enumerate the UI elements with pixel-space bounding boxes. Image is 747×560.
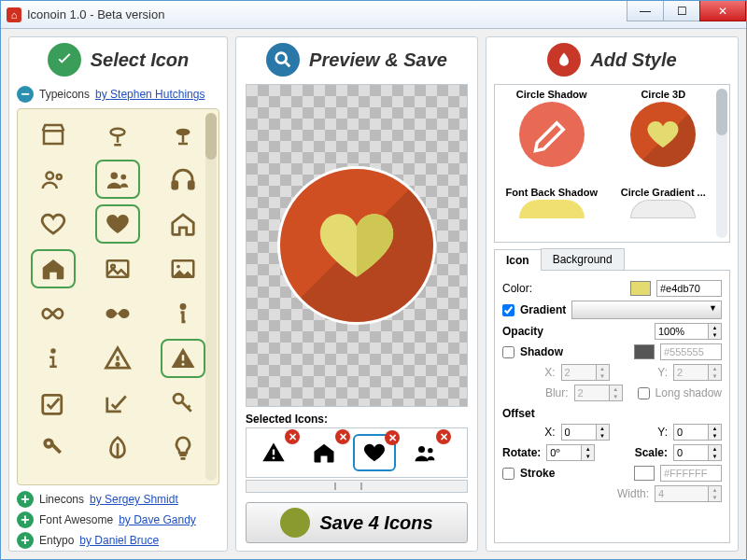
icon-users-fill[interactable] bbox=[95, 160, 140, 199]
icon-check-edit[interactable] bbox=[95, 384, 140, 423]
stroke-width-input[interactable]: ▲▼ bbox=[655, 485, 722, 502]
save-button[interactable]: Save 4 Icons bbox=[246, 502, 468, 543]
iconset-name: Typeicons bbox=[39, 88, 90, 101]
stroke-width-label: Width: bbox=[617, 487, 649, 500]
color-swatch[interactable] bbox=[630, 281, 651, 296]
property-tabs: Icon Background bbox=[494, 248, 730, 271]
style-scrollbar[interactable] bbox=[716, 89, 727, 238]
svg-point-17 bbox=[117, 363, 120, 366]
iconset-author-link[interactable]: by Stephen Hutchings bbox=[95, 88, 204, 101]
expand-icon[interactable]: + bbox=[17, 511, 34, 528]
selected-item-home[interactable]: ✕ bbox=[303, 434, 345, 471]
opacity-label: Opacity bbox=[502, 325, 553, 338]
icon-store[interactable] bbox=[31, 115, 76, 154]
icon-info-fill[interactable] bbox=[31, 339, 76, 378]
remove-icon[interactable]: ✕ bbox=[436, 429, 451, 444]
selected-item-users[interactable]: ✕ bbox=[403, 434, 446, 471]
svg-point-15 bbox=[181, 305, 185, 309]
icon-camera-outline[interactable] bbox=[95, 115, 140, 154]
icon-home-outline[interactable] bbox=[161, 204, 205, 244]
long-shadow-checkbox[interactable] bbox=[638, 387, 650, 399]
icon-bulb[interactable] bbox=[161, 428, 205, 468]
preview-header: Preview & Save bbox=[236, 37, 477, 84]
svg-point-16 bbox=[50, 348, 56, 354]
stroke-color-input[interactable] bbox=[660, 465, 722, 482]
icon-home-fill[interactable] bbox=[31, 249, 76, 288]
iconset-name: Linecons bbox=[39, 493, 84, 506]
expand-icon[interactable]: + bbox=[17, 491, 34, 508]
remove-icon[interactable]: ✕ bbox=[335, 429, 350, 444]
iconset-author-link[interactable]: by Daniel Bruce bbox=[79, 534, 159, 547]
svg-point-5 bbox=[46, 173, 53, 180]
svg-point-25 bbox=[276, 53, 287, 63]
maximize-button[interactable]: ☐ bbox=[663, 1, 700, 21]
scale-input[interactable]: ▲▼ bbox=[673, 444, 722, 461]
shadow-y-input[interactable]: ▲▼ bbox=[673, 364, 722, 381]
stroke-color-swatch[interactable] bbox=[634, 466, 655, 481]
preview-title: Preview & Save bbox=[309, 49, 447, 71]
icon-heart-fill[interactable] bbox=[95, 204, 140, 244]
iconset-open-row[interactable]: − Typeicons by Stephen Hutchings bbox=[9, 84, 227, 105]
style-tile-circle-shadow[interactable]: Circle Shadow bbox=[499, 89, 605, 187]
offset-y-label: Y: bbox=[636, 426, 668, 439]
iconset-author-link[interactable]: by Sergey Shmidt bbox=[90, 493, 178, 506]
collapse-icon[interactable]: − bbox=[17, 86, 34, 103]
icon-leaf[interactable] bbox=[95, 428, 140, 468]
remove-icon[interactable]: ✕ bbox=[385, 430, 400, 445]
shadow-color-input[interactable] bbox=[660, 343, 722, 360]
color-input[interactable] bbox=[656, 280, 722, 297]
shadow-checkbox[interactable] bbox=[502, 346, 514, 358]
svg-point-21 bbox=[174, 394, 183, 403]
style-tile-circle-gradient[interactable]: Circle Gradient ... bbox=[611, 187, 717, 238]
minimize-button[interactable]: — bbox=[627, 1, 664, 21]
gradient-checkbox[interactable] bbox=[502, 304, 514, 316]
shadow-color-swatch[interactable] bbox=[634, 344, 655, 359]
icon-check-square[interactable] bbox=[31, 384, 76, 423]
icon-warn-fill[interactable] bbox=[161, 339, 205, 378]
icon-heart-outline[interactable] bbox=[31, 204, 76, 244]
icon-camera-fill[interactable] bbox=[161, 115, 205, 154]
selected-item-warn[interactable]: ✕ bbox=[252, 434, 295, 471]
icon-infinity-fill[interactable] bbox=[95, 294, 140, 333]
iconset-entypo[interactable]: + Entypo by Daniel Bruce bbox=[9, 530, 227, 551]
select-icon-panel: Select Icon − Typeicons by Stephen Hutch… bbox=[8, 36, 228, 552]
offset-y-input[interactable]: ▲▼ bbox=[673, 424, 722, 441]
icon-infinity-outline[interactable] bbox=[31, 294, 76, 333]
style-tile-circle-3d[interactable]: Circle 3D bbox=[611, 89, 717, 187]
selected-strip: ✕ ✕ ✕ ✕ bbox=[246, 427, 468, 478]
icon-info-outline[interactable] bbox=[161, 294, 205, 333]
remove-icon[interactable]: ✕ bbox=[285, 429, 300, 444]
icon-image-fill[interactable] bbox=[161, 249, 205, 288]
shadow-y-label: Y: bbox=[636, 366, 668, 379]
icon-users-outline[interactable] bbox=[31, 160, 76, 199]
icon-key-fill[interactable] bbox=[31, 428, 76, 468]
icon-image-outline[interactable] bbox=[95, 249, 140, 288]
icon-headphones[interactable] bbox=[161, 160, 205, 199]
icon-grid bbox=[21, 115, 215, 468]
iconset-author-link[interactable]: by Dave Gandy bbox=[119, 513, 196, 526]
offset-x-input[interactable]: ▲▼ bbox=[561, 424, 610, 441]
iconset-fontawesome[interactable]: + Font Awesome by Dave Gandy bbox=[9, 510, 227, 530]
svg-rect-3 bbox=[182, 134, 185, 143]
icon-key-outline[interactable] bbox=[161, 384, 205, 423]
color-label: Color: bbox=[502, 282, 553, 295]
shadow-x-input[interactable]: ▲▼ bbox=[561, 364, 610, 381]
tab-icon[interactable]: Icon bbox=[494, 249, 542, 271]
icon-grid-scrollbar[interactable] bbox=[205, 113, 217, 481]
iconset-name: Font Awesome bbox=[39, 513, 113, 526]
gradient-picker[interactable] bbox=[571, 301, 722, 319]
close-button[interactable]: ✕ bbox=[699, 1, 746, 21]
rotate-input[interactable]: ▲▼ bbox=[546, 444, 595, 461]
style-tile-font-back-shadow[interactable]: Font Back Shadow bbox=[499, 187, 605, 238]
icon-warn-outline[interactable] bbox=[95, 339, 140, 378]
iconset-linecons[interactable]: + Linecons by Sergey Shmidt bbox=[9, 489, 227, 510]
scale-label: Scale: bbox=[621, 446, 668, 459]
tab-background[interactable]: Background bbox=[541, 248, 625, 270]
opacity-input[interactable]: ▲▼ bbox=[655, 323, 722, 340]
expand-icon[interactable]: + bbox=[17, 532, 34, 549]
selected-scrollbar[interactable] bbox=[246, 480, 468, 493]
select-icon-title: Select Icon bbox=[91, 49, 190, 71]
blur-input[interactable]: ▲▼ bbox=[574, 385, 623, 401]
stroke-checkbox[interactable] bbox=[502, 468, 514, 480]
selected-item-heart[interactable]: ✕ bbox=[353, 434, 396, 471]
